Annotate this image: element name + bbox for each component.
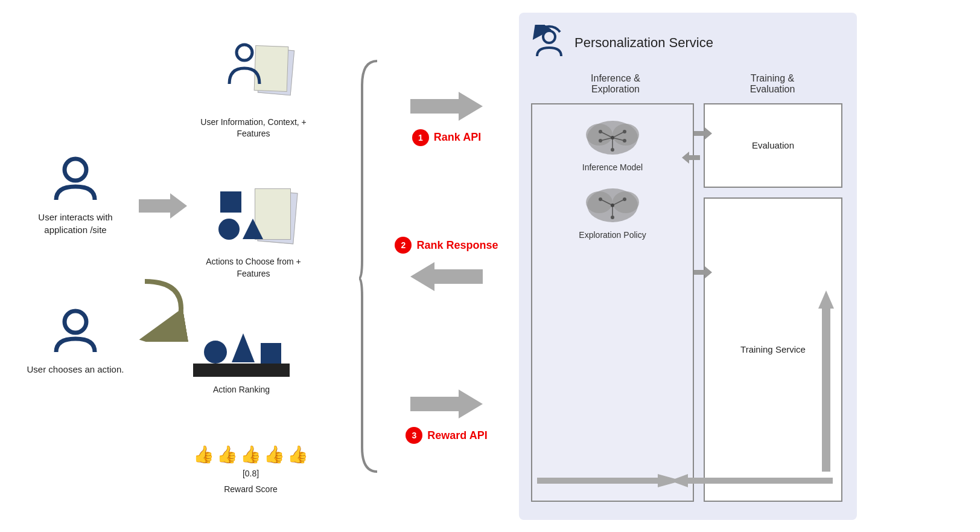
- training-col-title: Training & Evaluation: [706, 73, 839, 95]
- inference-box: Inference Model: [531, 103, 694, 502]
- thumb2-icon: 👍: [217, 444, 238, 464]
- reward-block: 👍 👍 👍 👍 👍 [0.8] Reward Score: [193, 444, 308, 495]
- ps-arrow-eval-back: [682, 152, 700, 164]
- triangle-shape: [241, 217, 264, 240]
- svg-point-1: [65, 311, 86, 333]
- ps-arrow-vert: [817, 290, 835, 472]
- rank-response-num: 2: [401, 240, 406, 250]
- reward-api-text: Reward API: [427, 429, 487, 442]
- rank-api-num: 1: [418, 133, 423, 143]
- thumb5-icon: 👍: [287, 444, 308, 464]
- ps-arrow-top: [694, 127, 712, 139]
- actions-label: Actions to Choose from + Features: [193, 256, 314, 280]
- ranking-label: Action Ranking: [213, 384, 270, 396]
- svg-marker-7: [410, 262, 483, 291]
- ps-arrow-mid: [694, 266, 712, 278]
- reward-api-group: 3 Reward API: [406, 386, 487, 444]
- svg-point-11: [586, 124, 612, 146]
- rank-response-text: Rank Response: [416, 239, 498, 252]
- brain-icon-2: [582, 184, 643, 226]
- right-arrow-1: [139, 191, 187, 221]
- thumb3-icon: 👍: [240, 444, 261, 464]
- podium-triangle: [231, 332, 256, 364]
- user1-icon: [51, 156, 100, 205]
- svg-point-22: [623, 139, 626, 143]
- svg-marker-35: [682, 152, 700, 164]
- thumb1-icon: 👍: [193, 444, 214, 464]
- user-info-label: User Information, Context, + Features: [193, 117, 314, 140]
- svg-point-32: [611, 216, 614, 219]
- features-column: User Information, Context, + Features Ac…: [193, 19, 350, 514]
- thumb4-icon: 👍: [264, 444, 285, 464]
- svg-point-12: [612, 124, 639, 146]
- rank-response-arrow: [410, 258, 483, 295]
- svg-point-0: [65, 159, 86, 181]
- svg-point-31: [623, 197, 626, 201]
- svg-point-26: [612, 191, 639, 213]
- reward-score: [0.8]: [243, 468, 259, 480]
- action-ranking-block: Action Ranking: [193, 328, 290, 396]
- curved-arrow: [133, 275, 193, 342]
- evaluation-box: Evaluation: [704, 103, 842, 188]
- svg-marker-4: [243, 219, 263, 239]
- svg-point-33: [611, 204, 614, 207]
- svg-marker-38: [670, 474, 833, 487]
- api-column: 1 Rank API 2 Rank Response: [386, 43, 507, 490]
- user2-icon: [51, 309, 100, 357]
- training-label: Training Service: [740, 344, 806, 354]
- svg-marker-5: [232, 333, 255, 362]
- user1-block: User interacts with application /site: [18, 156, 133, 236]
- svg-point-18: [599, 130, 602, 133]
- reward-api-arrow: [410, 386, 483, 422]
- rank-api-group: 1 Rank API: [410, 88, 483, 146]
- rank-response-circle: 2: [395, 237, 412, 254]
- svg-marker-39: [818, 290, 834, 472]
- rank-api-text: Rank API: [434, 131, 481, 144]
- thumbs-icons: 👍 👍 👍 👍 👍: [193, 444, 308, 464]
- ps-header: Personalization Service: [531, 25, 845, 61]
- personalization-service: Personalization Service Inference & Expl…: [519, 13, 857, 520]
- svg-marker-8: [410, 389, 483, 418]
- brace-column: [356, 43, 380, 490]
- svg-point-21: [599, 139, 602, 143]
- reward-api-circle: 3: [406, 427, 422, 444]
- svg-point-25: [586, 191, 612, 213]
- user-info-block: User Information, Context, + Features: [193, 43, 314, 140]
- reward-api-label-row: 3 Reward API: [406, 427, 487, 444]
- svg-marker-6: [410, 92, 483, 121]
- ps-arrow-bottom: [537, 472, 833, 490]
- user2-block: User chooses an action.: [27, 309, 124, 376]
- svg-marker-2: [139, 193, 187, 219]
- brace-icon: [356, 55, 380, 478]
- svg-marker-34: [694, 127, 712, 139]
- rank-api-arrow: [410, 88, 483, 124]
- svg-point-20: [611, 148, 614, 152]
- inference-model-label: Inference Model: [582, 162, 643, 172]
- actions-block: Actions to Choose from + Features: [193, 188, 314, 280]
- ps-icon: [531, 25, 567, 61]
- arrow-column: [139, 191, 187, 342]
- svg-point-9: [543, 31, 555, 43]
- svg-marker-37: [537, 474, 682, 487]
- reward-api-num: 3: [412, 431, 416, 440]
- rank-response-label-row: 2 Rank Response: [395, 237, 498, 254]
- evaluation-label: Evaluation: [752, 140, 794, 150]
- svg-marker-36: [694, 266, 712, 278]
- user2-label: User chooses an action.: [27, 363, 124, 376]
- svg-point-19: [623, 130, 626, 133]
- reward-label: Reward Score: [224, 484, 278, 496]
- ps-title: Personalization Service: [574, 35, 713, 51]
- exploration-policy-label: Exploration Policy: [579, 230, 646, 240]
- user-info-icon: [226, 43, 262, 91]
- svg-point-3: [237, 45, 252, 60]
- user1-label: User interacts with application /site: [18, 211, 133, 236]
- rank-response-group: 2 Rank Response: [395, 237, 498, 295]
- svg-point-23: [611, 136, 614, 139]
- inference-col-title: Inference & Exploration: [537, 73, 694, 95]
- rank-api-circle: 1: [412, 129, 429, 146]
- svg-point-30: [599, 197, 602, 201]
- brain-icon-1: [582, 117, 643, 159]
- user-column: User interacts with application /site Us…: [18, 156, 133, 376]
- main-layout: User interacts with application /site Us…: [0, 0, 980, 532]
- rank-api-label-row: 1 Rank API: [412, 129, 481, 146]
